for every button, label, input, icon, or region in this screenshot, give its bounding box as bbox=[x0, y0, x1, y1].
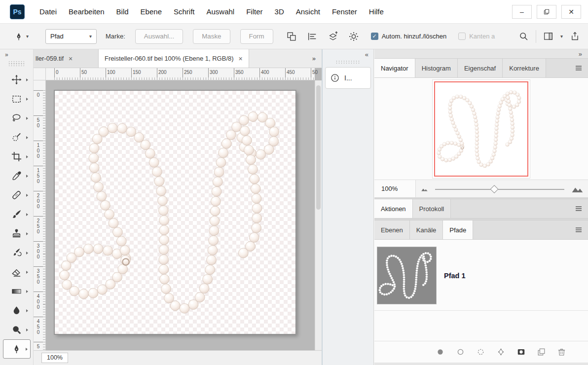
menu-3d[interactable]: 3D bbox=[275, 7, 284, 16]
document-tab-active[interactable]: Freisteller-060.tif bei 100% (Ebene 1, R… bbox=[99, 49, 249, 68]
tool-flyout-arrow-icon bbox=[26, 175, 28, 178]
marquee-icon bbox=[11, 93, 22, 105]
maximize-button[interactable] bbox=[537, 5, 556, 19]
load-path-as-selection-icon[interactable] bbox=[476, 347, 485, 357]
tab-overflow-chevron[interactable]: » bbox=[306, 49, 322, 68]
tool-preset-picker[interactable]: ▾ bbox=[11, 30, 32, 43]
clone-stamp-tool[interactable] bbox=[3, 224, 31, 243]
fill-path-icon[interactable] bbox=[436, 347, 445, 357]
path-list-item[interactable]: Pfad 1 bbox=[374, 240, 588, 304]
brush-tool[interactable] bbox=[3, 205, 31, 224]
info-panel-collapsed[interactable]: I... bbox=[325, 67, 371, 89]
panel-menu-button[interactable] bbox=[569, 220, 588, 239]
minimize-icon: – bbox=[520, 8, 524, 16]
tab-pfade[interactable]: Pfade bbox=[443, 220, 473, 239]
navigator-proxy-view[interactable] bbox=[435, 82, 527, 176]
tab-close-icon[interactable]: × bbox=[69, 55, 73, 63]
menu-bild[interactable]: Bild bbox=[116, 7, 129, 16]
form-button[interactable]: Form bbox=[240, 29, 273, 44]
navigator-zoom-slider[interactable] bbox=[433, 180, 566, 197]
search-icon[interactable] bbox=[518, 31, 529, 41]
path-name-label[interactable]: Pfad 1 bbox=[444, 272, 466, 280]
tab-aktionen[interactable]: Aktionen bbox=[374, 199, 413, 218]
delete-path-trash-icon[interactable] bbox=[557, 347, 566, 357]
strip-collapse-chevron[interactable]: « bbox=[323, 49, 373, 59]
ruler-corner[interactable] bbox=[34, 68, 46, 80]
menu-schrift[interactable]: Schrift bbox=[174, 7, 195, 16]
tab-korrekturen[interactable]: Korrekture bbox=[503, 59, 546, 77]
zoom-in-mountains-icon[interactable] bbox=[571, 184, 583, 193]
tab-close-icon[interactable]: × bbox=[239, 55, 243, 63]
workspace: » ller-059.tif × Freisteller-060.tif bei… bbox=[0, 49, 588, 365]
scrollbar-thumb[interactable] bbox=[316, 85, 321, 210]
marquee-tool[interactable] bbox=[3, 89, 31, 109]
make-work-path-icon[interactable] bbox=[496, 347, 506, 357]
window-controls: – ✕ bbox=[512, 5, 581, 19]
path-thumbnail[interactable] bbox=[377, 247, 437, 304]
eyedropper-tool[interactable] bbox=[3, 166, 31, 185]
vertical-scrollbar[interactable] bbox=[315, 80, 322, 350]
zoom-out-mountains-icon[interactable] bbox=[421, 186, 428, 192]
share-icon[interactable] bbox=[570, 31, 580, 41]
right-panel-group: » Navigator Histogram Eigenschaf Korrekt… bbox=[374, 49, 588, 365]
menu-fenster[interactable]: Fenster bbox=[332, 7, 357, 16]
menu-filter[interactable]: Filter bbox=[246, 7, 262, 16]
tab-protokoll[interactable]: Protokoll bbox=[413, 199, 451, 218]
vertical-ruler[interactable]: 0501001502002503003504004505 bbox=[34, 80, 46, 350]
gradient-tool[interactable] bbox=[3, 282, 31, 301]
menu-ebene[interactable]: Ebene bbox=[141, 7, 162, 16]
menu-bearbeiten[interactable]: Bearbeiten bbox=[69, 7, 105, 16]
auswahl-button[interactable]: Auswahl... bbox=[135, 29, 184, 44]
menu-auswahl[interactable]: Auswahl bbox=[207, 7, 235, 16]
lasso-tool[interactable] bbox=[3, 109, 31, 128]
panel-menu-button[interactable] bbox=[569, 59, 588, 77]
zoom-level-field[interactable]: 100% bbox=[41, 353, 68, 363]
auto-add-delete-option[interactable]: ✓ Autom. hinzuf./löschen bbox=[371, 33, 447, 40]
restore-icon bbox=[543, 8, 551, 16]
panel-menu-button[interactable] bbox=[569, 199, 588, 218]
minimize-button[interactable]: – bbox=[512, 5, 532, 19]
checkbox-checked-icon[interactable]: ✓ bbox=[371, 33, 378, 40]
menu-datei[interactable]: Datei bbox=[39, 7, 57, 16]
pen-tool[interactable] bbox=[3, 339, 31, 359]
healing-brush-tool[interactable] bbox=[3, 185, 31, 205]
tab-ebenen[interactable]: Ebenen bbox=[374, 220, 410, 239]
tools-expand-chevron[interactable]: » bbox=[0, 49, 33, 60]
navigator-zoom-field[interactable]: 100% bbox=[374, 180, 416, 197]
crop-tool[interactable] bbox=[3, 147, 31, 166]
path-operations-icon[interactable] bbox=[286, 31, 297, 42]
ruler-label: 300 bbox=[210, 70, 218, 75]
blur-tool[interactable] bbox=[3, 301, 31, 320]
hamburger-menu-icon bbox=[574, 64, 583, 73]
menu-ansicht[interactable]: Ansicht bbox=[296, 7, 320, 16]
strip-drag-handle[interactable] bbox=[335, 60, 361, 64]
settings-gear-icon[interactable] bbox=[348, 31, 359, 42]
chevron-down-icon[interactable]: ▾ bbox=[560, 34, 563, 39]
tab-histogram[interactable]: Histogram bbox=[415, 59, 458, 77]
chevron-down-icon: ▾ bbox=[89, 34, 92, 39]
quick-selection-tool[interactable] bbox=[3, 128, 31, 147]
history-brush-tool[interactable] bbox=[3, 243, 31, 262]
maske-button[interactable]: Maske bbox=[193, 29, 230, 44]
move-tool[interactable] bbox=[3, 70, 31, 89]
close-button[interactable]: ✕ bbox=[561, 5, 581, 19]
menu-hilfe[interactable]: Hilfe bbox=[369, 7, 384, 16]
tools-drag-handle[interactable] bbox=[9, 61, 24, 66]
tab-navigator[interactable]: Navigator bbox=[374, 59, 415, 77]
tool-mode-select[interactable]: Pfad ▾ bbox=[45, 29, 97, 44]
tab-kanaele[interactable]: Kanäle bbox=[410, 220, 443, 239]
panels-collapse-chevron[interactable]: » bbox=[374, 49, 588, 58]
document-canvas[interactable] bbox=[54, 90, 296, 334]
new-path-icon[interactable] bbox=[537, 347, 546, 357]
eraser-tool[interactable] bbox=[3, 262, 31, 282]
path-arrange-icon[interactable] bbox=[328, 31, 338, 42]
stroke-path-icon[interactable] bbox=[456, 347, 465, 357]
horizontal-ruler[interactable]: 05010015020025030035040045050 bbox=[46, 68, 315, 80]
dodge-tool[interactable] bbox=[3, 320, 31, 339]
workspace-layout-icon[interactable] bbox=[543, 31, 553, 41]
tab-eigenschaften[interactable]: Eigenschaf bbox=[458, 59, 503, 77]
path-alignment-icon[interactable] bbox=[307, 31, 318, 42]
slider-thumb[interactable] bbox=[490, 184, 499, 193]
document-tab-inactive[interactable]: ller-059.tif × bbox=[34, 49, 99, 68]
add-mask-icon[interactable] bbox=[516, 347, 526, 357]
